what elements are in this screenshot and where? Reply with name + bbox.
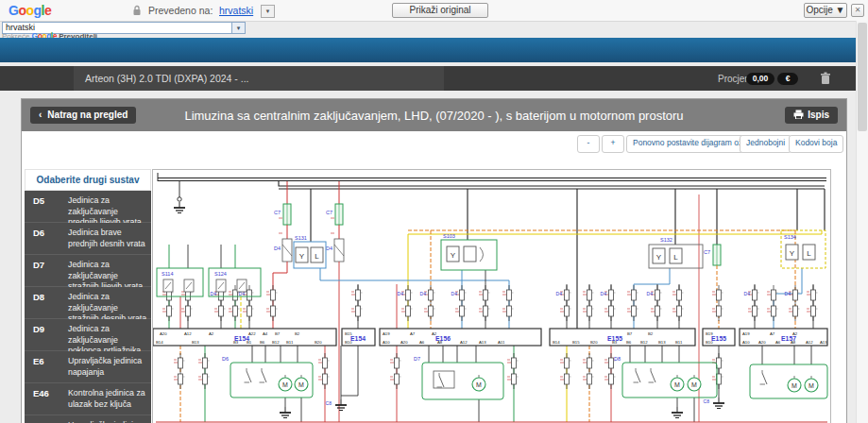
- chevron-left-icon: ‹: [39, 110, 42, 120]
- pin-label: A11: [498, 340, 505, 345]
- block-label: S132: [660, 237, 672, 243]
- pin-label: A20: [758, 340, 766, 345]
- options-button[interactable]: Opcije ▼: [804, 3, 847, 18]
- pin-label: A7: [770, 331, 775, 336]
- pin-label: A6: [419, 340, 425, 345]
- pin-label: A2: [209, 331, 214, 336]
- currency-badge: €: [777, 73, 798, 85]
- select-arrow-icon: ▾: [231, 23, 245, 33]
- screen: { "colors": { "top_bar_blue": "#1f608f",…: [0, 0, 868, 423]
- pin-label: B14: [156, 340, 163, 345]
- show-original-button[interactable]: Prikaži original: [392, 3, 488, 18]
- zoom-out-button[interactable]: -: [577, 135, 600, 153]
- connector-label: D4: [451, 291, 458, 296]
- blue-wires: [320, 268, 802, 329]
- back-button-label: Natrag na pregled: [47, 110, 128, 120]
- block-label: S131: [295, 235, 307, 241]
- pin-label: B3: [612, 340, 618, 345]
- block-s114: S114: [157, 268, 203, 296]
- wiring-diagram-canvas[interactable]: Y L M C7: [152, 169, 831, 423]
- logo-letter: o: [26, 3, 33, 18]
- system-sidebar: Odaberite drugi sustav D5Jedinica za zak…: [25, 169, 151, 423]
- pin-label: B20: [315, 340, 322, 345]
- trash-icon[interactable]: [820, 72, 831, 85]
- ecu-label: E155: [711, 335, 726, 342]
- connector-label: D4: [601, 291, 607, 296]
- sidebar-item-d5[interactable]: D5Jedinica za zaključavanje prednjih lij…: [25, 191, 151, 223]
- connector-label: D4: [398, 291, 404, 296]
- pin-label: A8: [437, 340, 443, 345]
- pin-label: B2: [295, 331, 300, 336]
- language-link[interactable]: hrvatski: [219, 5, 253, 16]
- sidebar-item-d8[interactable]: D8Jedinica za zaključavanje stražnjih de…: [25, 287, 151, 319]
- pin-label: B10: [706, 340, 713, 345]
- pin-label: B13: [192, 340, 199, 345]
- sidebar-item-d9[interactable]: D9Jedinica za zaključavanje poklopca prt…: [25, 319, 151, 351]
- sidebar-item-e154[interactable]: E154Upravljačka jedinica: [25, 415, 151, 423]
- sidebar-item-d6[interactable]: D6Jedinica brave prednjih desnih vrata: [25, 223, 151, 255]
- pin-label: B15: [345, 331, 352, 336]
- page-title: Limuzina sa centralnim zaključavanjem, L…: [145, 109, 723, 123]
- power-bus-top: [158, 173, 826, 181]
- item-code: E46: [33, 388, 49, 398]
- fuse-label: C7: [274, 210, 281, 215]
- yellow-wires: [241, 230, 822, 422]
- scrollbar-thumb[interactable]: [858, 23, 867, 131]
- pin-label: B2: [648, 331, 654, 336]
- window-scrollbar[interactable]: [856, 21, 868, 423]
- item-code: D6: [33, 228, 44, 238]
- google-logo: Google: [9, 3, 51, 18]
- zoom-in-button[interactable]: +: [602, 135, 624, 153]
- connector-labels: D4 D4 D4 D4 D4 D4 D4 D4 D4 D4: [211, 291, 791, 296]
- choose-other-system-button[interactable]: Odaberite drugi sustav: [25, 169, 151, 191]
- sidebar-item-e6[interactable]: E6Upravljačka jedinica napajanja: [25, 351, 151, 383]
- connector-label: D4: [744, 291, 751, 296]
- lock-unit-d8: D8: [614, 356, 717, 398]
- item-code: D8: [33, 292, 44, 302]
- connector-label: D4: [211, 291, 217, 296]
- pin-label: B7: [627, 331, 633, 336]
- language-dropdown-arrow[interactable]: ▼: [261, 5, 275, 18]
- block-label: S103: [443, 233, 455, 239]
- connector-label: D4: [556, 291, 563, 296]
- pin-label: B7: [275, 331, 281, 336]
- item-code: D5: [33, 195, 44, 206]
- item-code: D9: [33, 324, 44, 334]
- fuse-label: C7: [704, 249, 710, 255]
- pin-label: A13: [479, 340, 486, 345]
- pin-label: B11: [286, 340, 294, 345]
- sidebar-item-e46[interactable]: E46Kontrolna jedinica za ulazak bez klju…: [25, 383, 151, 415]
- ground-label: C8: [704, 398, 710, 404]
- lock-unit-d7: D7: [414, 356, 503, 399]
- panel-header: ‹Natrag na pregled Limuzina sa centralni…: [22, 99, 846, 131]
- print-button[interactable]: Ispis: [785, 107, 838, 124]
- pin-label: A13: [820, 340, 827, 345]
- pin-label: A8: [791, 340, 796, 345]
- pin-label: A10: [742, 340, 750, 345]
- item-code: E6: [33, 356, 44, 366]
- item-label: Upravljačka jedinica napajanja: [68, 356, 148, 378]
- color-codes-button[interactable]: Kodovi boja: [789, 135, 843, 153]
- pin-label: A19: [742, 331, 750, 336]
- pin-label: B13: [658, 340, 666, 345]
- back-button[interactable]: ‹Natrag na pregled: [30, 107, 136, 124]
- item-label: Jedinica brave prednjih desnih vrata: [68, 228, 148, 249]
- pin-label: A2: [432, 331, 437, 336]
- connector-label: D4: [647, 291, 654, 296]
- pin-label: A10: [383, 340, 390, 345]
- sidebar-item-d7[interactable]: D7Jedinica za zaključavanje stražnjih li…: [25, 255, 151, 287]
- printer-icon: [793, 110, 804, 119]
- item-code: D7: [33, 260, 44, 270]
- lock-unit-label: D8: [614, 356, 621, 362]
- pin-label: B12: [640, 340, 648, 345]
- pin-label: A12: [184, 331, 192, 336]
- pin-label: B10: [345, 340, 352, 345]
- main-panel: ‹Natrag na pregled Limuzina sa centralni…: [21, 98, 847, 423]
- item-label: Kontrolna jedinica za ulazak bez ključa: [68, 388, 148, 410]
- pin-label: B19: [706, 331, 713, 336]
- monochrome-button[interactable]: Jednobojni: [740, 135, 791, 153]
- close-translate-icon[interactable]: ✕: [851, 4, 864, 17]
- pin-label: A2: [792, 331, 798, 336]
- pin-label: A12: [460, 340, 468, 345]
- logo-letter: G: [9, 3, 18, 18]
